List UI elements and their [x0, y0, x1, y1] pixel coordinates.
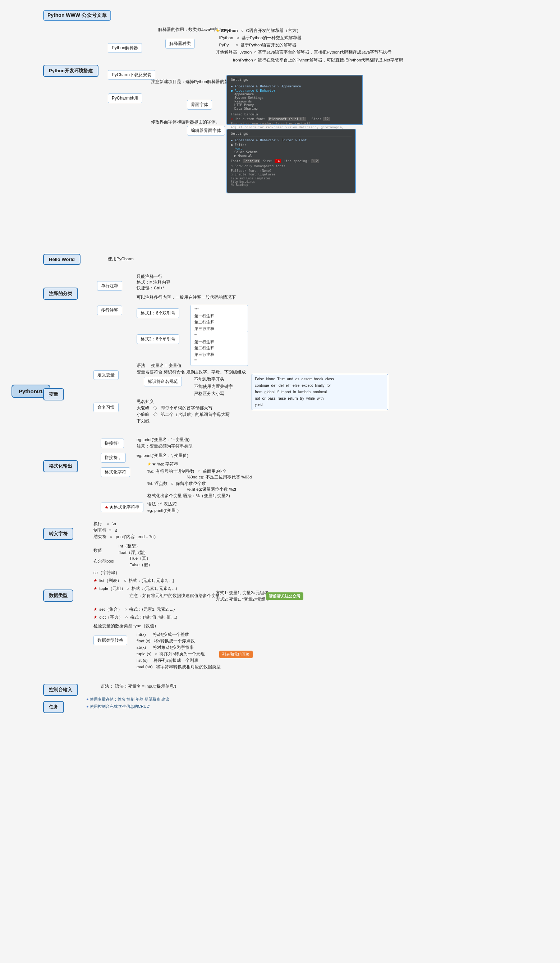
tasks-node: 任务: [43, 701, 64, 713]
float-type: float（浮点型）: [119, 550, 148, 555]
keywords-line5: yield: [255, 402, 385, 408]
format2-node: 格式2：6个单引号: [137, 334, 180, 344]
tuple-method2: 方式2: 变量1, *变量2=元组名: [216, 597, 270, 602]
task1: ● 使用变量存储：姓名 性别 年龄 期望薪资 建议: [86, 697, 169, 702]
id-rules-node: 标识符命名规范: [144, 377, 182, 386]
define-var-node: 定义变量: [94, 370, 119, 380]
format2-content: ''' 第一行注释 第二行注释 第三行注释 ''': [191, 331, 248, 366]
type-conv-label: 数据类型转换: [97, 637, 123, 644]
escape-tab: 制表符 ○ \t: [94, 528, 117, 533]
percent-d: %d: 有符号的十进制整数 ○ 前面用0补全: [147, 469, 227, 474]
section-python-env: Python开发环境搭建: [43, 65, 99, 77]
title-node: Python WWW 公众号文章: [43, 10, 111, 21]
underscore: 下划线: [137, 418, 149, 424]
cpython-row: ★ CPython ○ C语言开发的解释器（官方）: [216, 28, 301, 33]
subscribe-badge[interactable]: 请前请关注公众号: [266, 592, 303, 600]
format1-label: 格式1：6个双引号: [141, 310, 175, 316]
tuples: tuple (s) ○ 将序列s转换为一个元组: [137, 651, 205, 657]
check-type: 检验变量的数据类型 type（数值）: [94, 623, 159, 629]
concat-plus-note: 注意：变量必须为字符串类型: [137, 444, 193, 449]
single-rule-2: 格式：# 注释内容: [137, 280, 170, 285]
multi-line-label: 多行注释: [101, 307, 118, 313]
cpython-desc: C语言开发的解释器（官方）: [246, 28, 301, 33]
single-line-label: 单行注释: [101, 283, 118, 289]
multi-line-note: 可以注释多行内容，一般用在注释一段代码的情况下: [137, 295, 236, 300]
intx: int(x) 将x转换成一个整数: [137, 632, 189, 637]
true-type: True（真）: [129, 556, 151, 561]
pycharm-install-label: PyCharm下载及安装: [112, 72, 151, 78]
subscribe-text: 请前请关注公众号: [269, 594, 301, 598]
console-syntax: 语法：变量名 = input('提示信息'): [115, 684, 176, 689]
tuple-note: 注意：如何将元组中的数据快速赋值给多个变量: [129, 593, 220, 598]
bool-type: 布尔型bool: [94, 559, 114, 564]
ipython-row: IPython ○ 基于Python的一种交互式解释器: [216, 35, 301, 41]
interpreter-node: Python解释器: [108, 43, 142, 53]
format1-node: 格式1：6个双引号: [137, 308, 180, 318]
big-hump: 大驼峰 ◇ 即每个单词的首字母都大写: [137, 405, 212, 411]
single-rule-3: 快捷键：Ctrl+/: [137, 285, 164, 291]
task2-text: 使用控制台完成'学生信息的CRUD': [90, 704, 150, 708]
percent-nf-text: %.nf eg:保留两位小数 %2f: [187, 487, 236, 491]
ironpython-row: IronPython ○ 运行在微软平台上的Python解释器，可以直接把Pyt…: [216, 58, 403, 63]
set-type: ★ set（集合） ○ 格式：{元素1, 元素2, ...}: [94, 607, 175, 612]
list-tuple-btn[interactable]: 列表和元组互换: [219, 651, 252, 658]
list-type: ★ list（列表） ○ 格式：[元素1, 元素2, ...]: [94, 578, 174, 584]
id-composition: 由数字、字母、下划线组成: [194, 370, 246, 375]
editor-font-note: 修改界面字体和编辑器界面的字体。: [151, 119, 220, 125]
editor-font-note-text: 修改界面字体和编辑器界面的字体。: [151, 120, 220, 124]
interpreter-label: Python解释器: [112, 45, 138, 51]
console-input-node: 控制台输入: [43, 684, 78, 696]
percent-d-00nd-text: %0nd eg: 不足三位用零代替 %03d: [187, 475, 252, 479]
hello-world-note: 使用PyCharm: [108, 256, 134, 262]
var-rule-text: 变量名要符合 标识符命名 规则: [137, 370, 195, 374]
type-conv-node: 数据类型转换: [94, 636, 127, 645]
percent-d-note1: 前面用0补全: [203, 469, 227, 473]
escape-end: 结束符 ○ print('内容', end = '\n'): [94, 534, 155, 540]
interpreter-types-label: 解释器种类: [169, 41, 191, 47]
var-rule-label: 变量名要符合 标识符命名 规则: [137, 370, 195, 375]
escape-newline: 换行 ○ \n: [94, 521, 116, 527]
int-type: int（整型）: [119, 543, 140, 549]
hello-world-label: Hello World: [49, 257, 75, 262]
jython-row: 其他解释器 Jython ○ 基于Java语言平台的解释器，直接把Python代…: [216, 50, 392, 55]
tuple-type: ★ tuple（元组） ○ 格式：(元素1, 元素2, ...): [94, 586, 177, 591]
concat-comma-eg: eg: print('变量名：', 变量值): [137, 453, 188, 458]
concat-plus-node: 拼接符+: [100, 439, 124, 448]
big-hump-desc: 即每个单词的首字母都大写: [161, 406, 212, 410]
format-string-syntax-text: 语法：f '表达式': [147, 502, 177, 506]
format-string-label: ★格式化字符串: [109, 504, 139, 511]
pycharm-use-label: PyCharm使用: [112, 95, 138, 101]
concat-comma-node: 拼接符，: [100, 453, 126, 463]
format-output-label: 格式化输出: [49, 463, 72, 469]
interpreter-types-node: 解释器种类: [165, 39, 195, 49]
naming-node: 命名习惯: [94, 403, 119, 412]
format-string-eg-text: eg: printf(f'变量!'): [147, 508, 179, 512]
concat-plus-eg: eg: print('变量名：' +变量值): [137, 437, 190, 443]
str-type: str（字符串）: [94, 570, 120, 576]
keywords-box: False None True and as assert break clas…: [252, 374, 388, 410]
title-text: Python WWW 公众号文章: [47, 12, 107, 19]
syntax-label: 语法: [137, 363, 145, 368]
tuple-method1: 方式1: 变量1, 变量2=元组名: [216, 590, 269, 596]
underscore-text: 下划线: [137, 419, 149, 423]
pypy-row: PyPy ○ 基于Python语言开发的解释器: [216, 42, 296, 48]
percent-s-text: ★ %s: 字符串: [152, 462, 178, 466]
percent-d-text: %d: 有符号的十进制整数: [147, 469, 194, 473]
data-types-label: 数据类型: [49, 592, 68, 599]
check-type-text: 检验变量的数据类型 type（数值）: [94, 624, 159, 628]
define-var-label: 定义变量: [97, 372, 115, 378]
variables-label: 变量: [49, 391, 58, 397]
id-rule-1: 不能以数字开头: [194, 377, 224, 382]
root-label: Python01: [19, 388, 43, 394]
percent-s: ★★ %s: 字符串: [147, 462, 178, 467]
console-syntax-label: 语法：: [100, 684, 113, 689]
keywords-line2: continue def del elif else except finall…: [255, 383, 385, 389]
id-composition-text: 由数字、字母、下划线组成: [194, 370, 246, 374]
format-output-node: 格式化输出: [43, 460, 78, 472]
naming-label: 命名习惯: [97, 404, 115, 410]
format-vars-text: 格式化出多个变量 语法：%（变量1, 变量2）: [147, 494, 233, 498]
percent-f-note: 保留小数位个数: [176, 481, 206, 486]
comments-label: 注释的分类: [49, 290, 72, 297]
floatx: float (x) 将x转换成一个浮点数: [137, 639, 195, 644]
format-vars: 格式化出多个变量 语法：%（变量1, 变量2）: [147, 493, 233, 499]
